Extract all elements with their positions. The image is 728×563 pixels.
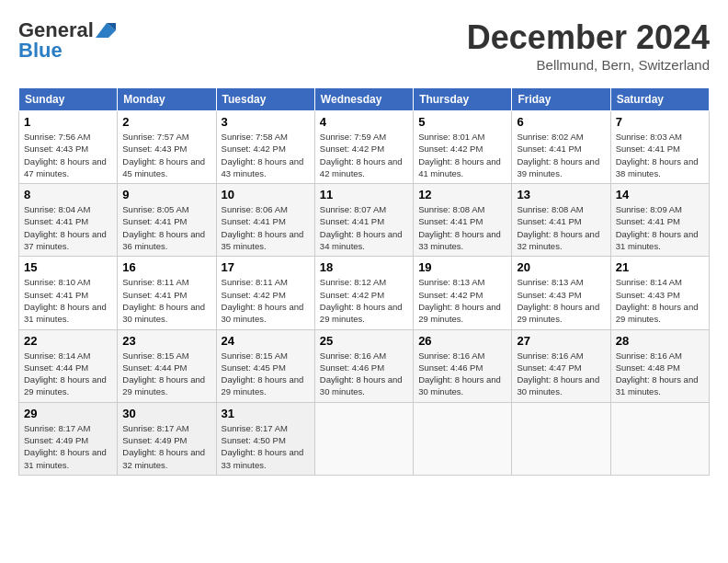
calendar-week-row: 1 Sunrise: 7:56 AM Sunset: 4:43 PM Dayli… — [19, 111, 710, 184]
day-info: Sunrise: 8:14 AM Sunset: 4:43 PM Dayligh… — [616, 276, 704, 325]
sunset-label: Sunset: 4:46 PM — [320, 362, 384, 373]
day-number: 17 — [222, 260, 310, 274]
day-number: 4 — [320, 115, 408, 129]
calendar-cell: 25 Sunrise: 8:16 AM Sunset: 4:46 PM Dayl… — [314, 329, 413, 402]
calendar-table: SundayMondayTuesdayWednesdayThursdayFrid… — [18, 87, 710, 476]
day-number: 11 — [320, 188, 408, 201]
daylight-label: Daylight: 8 hours and 31 minutes. — [616, 374, 699, 396]
calendar-cell: 16 Sunrise: 8:11 AM Sunset: 4:41 PM Dayl… — [118, 257, 216, 329]
calendar-cell: 7 Sunrise: 8:03 AM Sunset: 4:41 PM Dayli… — [610, 111, 709, 184]
calendar-cell: 23 Sunrise: 8:15 AM Sunset: 4:44 PM Dayl… — [118, 329, 216, 402]
daylight-label: Daylight: 8 hours and 29 minutes. — [122, 374, 205, 396]
day-number: 8 — [24, 188, 112, 201]
day-info: Sunrise: 8:14 AM Sunset: 4:44 PM Dayligh… — [24, 350, 112, 398]
day-number: 2 — [122, 115, 210, 129]
sunrise-label: Sunrise: 7:59 AM — [320, 132, 386, 142]
sunrise-label: Sunrise: 8:16 AM — [517, 350, 583, 361]
sunrise-label: Sunrise: 7:56 AM — [24, 132, 90, 142]
weekday-header-monday: Monday — [118, 88, 216, 111]
calendar-week-row: 15 Sunrise: 8:10 AM Sunset: 4:41 PM Dayl… — [19, 257, 710, 329]
sunrise-label: Sunrise: 8:17 AM — [122, 423, 188, 433]
calendar-cell — [512, 402, 610, 475]
sunrise-label: Sunrise: 8:05 AM — [122, 204, 188, 214]
daylight-label: Daylight: 8 hours and 31 minutes. — [616, 229, 699, 251]
day-number: 15 — [24, 260, 112, 274]
sunset-label: Sunset: 4:49 PM — [122, 435, 187, 445]
calendar-cell: 17 Sunrise: 8:11 AM Sunset: 4:42 PM Dayl… — [216, 257, 314, 329]
day-info: Sunrise: 8:06 AM Sunset: 4:41 PM Dayligh… — [222, 203, 310, 252]
daylight-label: Daylight: 8 hours and 29 minutes. — [418, 302, 501, 324]
daylight-label: Daylight: 8 hours and 30 minutes. — [517, 374, 599, 396]
day-number: 31 — [222, 407, 310, 420]
calendar-cell: 6 Sunrise: 8:02 AM Sunset: 4:41 PM Dayli… — [512, 111, 610, 184]
sunset-label: Sunset: 4:42 PM — [320, 144, 384, 154]
calendar-cell: 26 Sunrise: 8:16 AM Sunset: 4:46 PM Dayl… — [414, 329, 512, 402]
sunrise-label: Sunrise: 8:15 AM — [222, 350, 288, 361]
day-number: 26 — [418, 334, 506, 348]
sunset-label: Sunset: 4:43 PM — [122, 144, 187, 154]
sunrise-label: Sunrise: 8:07 AM — [320, 204, 386, 214]
sunset-label: Sunset: 4:41 PM — [222, 216, 286, 226]
day-info: Sunrise: 8:15 AM Sunset: 4:44 PM Dayligh… — [122, 350, 210, 398]
day-info: Sunrise: 8:16 AM Sunset: 4:46 PM Dayligh… — [418, 350, 506, 398]
calendar-cell: 15 Sunrise: 8:10 AM Sunset: 4:41 PM Dayl… — [19, 257, 118, 329]
day-info: Sunrise: 8:17 AM Sunset: 4:50 PM Dayligh… — [222, 422, 310, 471]
daylight-label: Daylight: 8 hours and 39 minutes. — [517, 156, 599, 178]
sunset-label: Sunset: 4:44 PM — [122, 362, 187, 373]
calendar-cell: 19 Sunrise: 8:13 AM Sunset: 4:42 PM Dayl… — [414, 257, 512, 329]
sunset-label: Sunset: 4:41 PM — [616, 216, 680, 226]
calendar-cell — [414, 402, 512, 475]
calendar-cell: 8 Sunrise: 8:04 AM Sunset: 4:41 PM Dayli… — [19, 184, 118, 257]
day-info: Sunrise: 8:16 AM Sunset: 4:47 PM Dayligh… — [517, 350, 605, 398]
daylight-label: Daylight: 8 hours and 35 minutes. — [222, 229, 304, 251]
day-info: Sunrise: 8:01 AM Sunset: 4:42 PM Dayligh… — [418, 131, 506, 179]
sunset-label: Sunset: 4:46 PM — [418, 362, 483, 373]
sunset-label: Sunset: 4:41 PM — [320, 216, 384, 226]
day-info: Sunrise: 8:10 AM Sunset: 4:41 PM Dayligh… — [24, 276, 112, 325]
day-number: 10 — [222, 188, 310, 201]
calendar-cell: 14 Sunrise: 8:09 AM Sunset: 4:41 PM Dayl… — [610, 184, 709, 257]
calendar-cell: 5 Sunrise: 8:01 AM Sunset: 4:42 PM Dayli… — [414, 111, 512, 184]
calendar-cell: 31 Sunrise: 8:17 AM Sunset: 4:50 PM Dayl… — [216, 402, 314, 475]
daylight-label: Daylight: 8 hours and 32 minutes. — [122, 447, 205, 469]
sunrise-label: Sunrise: 8:03 AM — [616, 132, 682, 142]
daylight-label: Daylight: 8 hours and 30 minutes. — [320, 374, 403, 396]
day-info: Sunrise: 8:07 AM Sunset: 4:41 PM Dayligh… — [320, 203, 408, 252]
sunrise-label: Sunrise: 7:57 AM — [122, 132, 188, 142]
weekday-header-saturday: Saturday — [610, 88, 709, 111]
day-info: Sunrise: 8:04 AM Sunset: 4:41 PM Dayligh… — [24, 203, 112, 252]
day-info: Sunrise: 7:57 AM Sunset: 4:43 PM Dayligh… — [122, 131, 210, 179]
calendar-cell: 1 Sunrise: 7:56 AM Sunset: 4:43 PM Dayli… — [19, 111, 118, 184]
day-number: 14 — [616, 188, 704, 201]
daylight-label: Daylight: 8 hours and 30 minutes. — [122, 302, 205, 324]
day-number: 9 — [122, 188, 210, 201]
day-info: Sunrise: 7:59 AM Sunset: 4:42 PM Dayligh… — [320, 131, 408, 179]
daylight-label: Daylight: 8 hours and 43 minutes. — [222, 156, 304, 178]
month-title: December 2024 — [467, 18, 710, 57]
logo-icon — [96, 23, 116, 38]
daylight-label: Daylight: 8 hours and 29 minutes. — [320, 302, 403, 324]
calendar-cell — [314, 402, 413, 475]
calendar-week-row: 29 Sunrise: 8:17 AM Sunset: 4:49 PM Dayl… — [19, 402, 710, 475]
day-number: 27 — [517, 334, 605, 348]
calendar-cell: 10 Sunrise: 8:06 AM Sunset: 4:41 PM Dayl… — [216, 184, 314, 257]
daylight-label: Daylight: 8 hours and 29 minutes. — [24, 374, 107, 396]
sunrise-label: Sunrise: 8:17 AM — [24, 423, 90, 433]
day-info: Sunrise: 7:56 AM Sunset: 4:43 PM Dayligh… — [24, 131, 112, 179]
calendar-cell: 9 Sunrise: 8:05 AM Sunset: 4:41 PM Dayli… — [118, 184, 216, 257]
logo-blue: Blue — [18, 39, 63, 63]
sunset-label: Sunset: 4:49 PM — [24, 435, 88, 445]
day-number: 5 — [418, 115, 506, 129]
day-number: 3 — [222, 115, 310, 129]
daylight-label: Daylight: 8 hours and 30 minutes. — [418, 374, 501, 396]
sunrise-label: Sunrise: 8:16 AM — [616, 350, 682, 361]
day-info: Sunrise: 8:12 AM Sunset: 4:42 PM Dayligh… — [320, 276, 408, 325]
daylight-label: Daylight: 8 hours and 34 minutes. — [320, 229, 403, 251]
sunset-label: Sunset: 4:41 PM — [24, 290, 88, 300]
sunset-label: Sunset: 4:42 PM — [418, 290, 483, 300]
day-number: 30 — [122, 407, 210, 420]
calendar-cell: 27 Sunrise: 8:16 AM Sunset: 4:47 PM Dayl… — [512, 329, 610, 402]
day-info: Sunrise: 8:08 AM Sunset: 4:41 PM Dayligh… — [517, 203, 605, 252]
sunrise-label: Sunrise: 8:14 AM — [616, 277, 682, 287]
weekday-header-wednesday: Wednesday — [314, 88, 413, 111]
